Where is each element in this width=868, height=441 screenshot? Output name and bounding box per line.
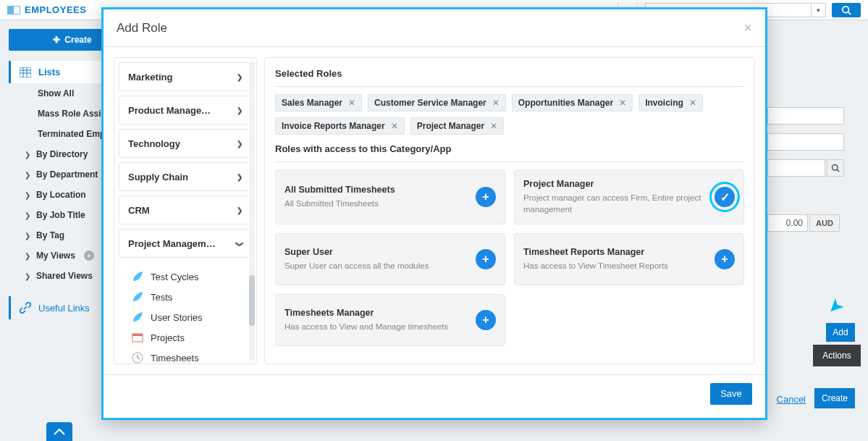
- scrollbar-thumb[interactable]: [249, 275, 255, 326]
- category-sidebar: Marketing❯Product Manage…❯Technology❯Sup…: [114, 57, 257, 364]
- roles-panel: Selected Roles Sales Manager✕Customer Se…: [264, 57, 755, 364]
- chevron-down-icon: ❯: [236, 240, 244, 246]
- modal-header: Add Role ×: [104, 9, 765, 47]
- selected-role-chip: Sales Manager✕: [275, 94, 362, 112]
- category-item[interactable]: Technology❯: [119, 129, 252, 158]
- role-card: Timesheets ManagerHas access to View and…: [275, 294, 505, 346]
- remove-icon[interactable]: ✕: [492, 98, 500, 108]
- chip-label: Sales Manager: [282, 98, 342, 108]
- chevron-right-icon: ❯: [237, 206, 243, 214]
- add-role-modal: Add Role × Marketing❯Product Manage…❯Tec…: [101, 7, 767, 420]
- category-item[interactable]: Project Managem…❯: [119, 229, 252, 258]
- role-desc: Has access to View Timesheet Reports: [523, 260, 707, 272]
- close-icon[interactable]: ×: [743, 20, 752, 36]
- category-item[interactable]: Supply Chain❯: [119, 162, 252, 191]
- chip-label: Opportunities Manager: [518, 98, 613, 108]
- role-add-button[interactable]: +: [476, 249, 496, 269]
- category-item[interactable]: CRM❯: [119, 196, 252, 224]
- category-sub-item[interactable]: User Stories: [132, 307, 246, 327]
- role-desc: Project manager can access Firm, Entire …: [523, 192, 707, 215]
- role-card: All Submitted TimesheetsAll Submitted Ti…: [275, 169, 505, 224]
- selected-role-chip: Invoice Reports Manager✕: [275, 117, 405, 135]
- category-item[interactable]: Marketing❯: [119, 62, 252, 91]
- role-card: Project ManagerProject manager can acces…: [514, 169, 744, 224]
- role-selected-button[interactable]: ✓: [715, 187, 735, 207]
- modal-footer: Save: [104, 374, 765, 412]
- remove-icon[interactable]: ✕: [391, 121, 398, 131]
- chip-label: Invoicing: [645, 98, 683, 108]
- category-label: Marketing: [128, 72, 172, 83]
- clock-icon: [132, 352, 143, 364]
- plus-icon: +: [482, 190, 489, 203]
- role-card: Super UserSuper User can access all the …: [275, 233, 505, 285]
- category-sub-item[interactable]: Timesheets: [132, 348, 246, 364]
- plus-icon: +: [482, 314, 489, 327]
- selected-role-chip: Invoicing✕: [639, 94, 703, 112]
- category-sub-item[interactable]: Test Cycles: [132, 266, 246, 287]
- selected-role-chip: Opportunities Manager✕: [512, 94, 633, 112]
- role-add-button[interactable]: +: [476, 187, 496, 207]
- modal-overlay: Add Role × Marketing❯Product Manage…❯Tec…: [0, 0, 868, 441]
- sub-item-label: Timesheets: [151, 353, 199, 364]
- category-item[interactable]: Product Manage…❯: [119, 96, 252, 125]
- chip-label: Customer Service Manager: [374, 98, 486, 108]
- category-sub-item[interactable]: Projects: [132, 327, 246, 348]
- selected-role-chip: Customer Service Manager✕: [368, 94, 506, 112]
- sub-item-label: User Stories: [151, 312, 203, 323]
- leaf-icon: [132, 311, 143, 323]
- access-roles-heading: Roles with access to this Category/App: [275, 143, 744, 154]
- plus-icon: +: [482, 253, 489, 266]
- check-icon: ✓: [720, 190, 730, 204]
- chevron-right-icon: ❯: [237, 140, 243, 148]
- sub-item-label: Tests: [151, 292, 172, 303]
- selected-roles-heading: Selected Roles: [275, 68, 744, 79]
- chip-label: Project Manager: [417, 121, 484, 131]
- remove-icon[interactable]: ✕: [619, 98, 626, 108]
- role-card: Timesheet Reports ManagerHas access to V…: [514, 233, 744, 285]
- chevron-right-icon: ❯: [237, 106, 243, 114]
- role-desc: Super User can access all the modules: [285, 260, 468, 272]
- selected-role-chip: Project Manager✕: [410, 117, 504, 135]
- svg-rect-10: [132, 334, 143, 336]
- chip-label: Invoice Reports Manager: [282, 121, 385, 131]
- proj-icon: [132, 332, 143, 343]
- category-label: Project Managem…: [128, 238, 216, 249]
- chevron-right-icon: ❯: [237, 173, 243, 181]
- role-title: Super User: [285, 247, 468, 257]
- leaf-icon: [132, 271, 143, 282]
- sub-item-label: Test Cycles: [151, 272, 198, 282]
- chevron-right-icon: ❯: [237, 73, 243, 81]
- role-desc: All Submitted Timesheets: [285, 198, 468, 209]
- sub-item-label: Projects: [151, 332, 185, 343]
- category-label: Product Manage…: [128, 105, 211, 116]
- category-sub-item[interactable]: Tests: [132, 287, 246, 307]
- category-label: Supply Chain: [128, 172, 188, 182]
- category-label: CRM: [128, 205, 150, 216]
- save-button[interactable]: Save: [710, 383, 752, 405]
- role-add-button[interactable]: +: [715, 249, 735, 269]
- modal-title: Add Role: [117, 21, 167, 35]
- plus-icon: +: [721, 253, 728, 266]
- category-label: Technology: [128, 138, 180, 149]
- role-title: Timesheet Reports Manager: [523, 247, 707, 257]
- leaf-icon: [132, 291, 143, 303]
- role-title: Timesheets Manager: [285, 308, 468, 318]
- remove-icon[interactable]: ✕: [490, 121, 497, 131]
- role-title: Project Manager: [523, 179, 707, 189]
- role-add-button[interactable]: +: [476, 310, 496, 330]
- remove-icon[interactable]: ✕: [689, 98, 696, 108]
- role-desc: Has access to View and Manage timesheets: [285, 321, 468, 332]
- remove-icon[interactable]: ✕: [348, 98, 355, 108]
- role-title: All Submitted Timesheets: [285, 185, 468, 195]
